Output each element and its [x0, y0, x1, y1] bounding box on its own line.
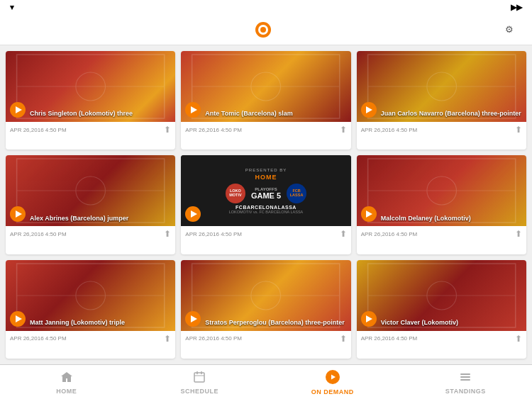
svg-rect-24	[194, 373, 204, 382]
tab-bar: HOME SCHEDULE ON DEMAND STANDINGS	[0, 364, 532, 399]
home-icon	[60, 370, 74, 386]
top-bar-actions: ⚙	[505, 24, 523, 35]
video-card-7[interactable]: Matt Janning (Lokomotiv) triple APR 26,2…	[6, 260, 175, 359]
share-button[interactable]: ⬆	[340, 334, 347, 344]
tab-home[interactable]: HOME	[0, 365, 133, 399]
video-thumbnail: Stratos Perperoglou (Barcelona) three-po…	[181, 260, 350, 331]
video-date: APR 26,2016 4:50 PM	[185, 127, 242, 133]
share-button[interactable]: ⬆	[515, 229, 522, 239]
ondemand-tab-label: ON DEMAND	[311, 388, 354, 395]
play-button[interactable]	[361, 311, 377, 327]
game-title: FCBARCELONALASSA	[235, 205, 297, 210]
play-icon	[366, 210, 372, 218]
svg-rect-30	[460, 376, 470, 378]
tab-standings[interactable]: STANDINGS	[399, 365, 533, 399]
video-card-3[interactable]: Juan Carlos Navarro (Barcelona) three-po…	[357, 51, 526, 150]
settings-button[interactable]: ⚙	[505, 24, 514, 35]
game-presented-label: PRESENTED BY	[245, 168, 287, 172]
share-button[interactable]: ⬆	[164, 229, 171, 239]
play-button[interactable]	[185, 311, 201, 327]
logo-inner	[258, 25, 268, 35]
video-date: APR 26,2016 4:50 PM	[10, 127, 67, 133]
video-card-5[interactable]: PRESENTED BY HOME LOKOMOTIV PLAYOFFS GAM…	[181, 155, 350, 254]
play-button[interactable]	[361, 206, 377, 222]
share-button[interactable]: ⬆	[340, 229, 347, 239]
share-button[interactable]: ⬆	[164, 125, 171, 135]
video-meta: APR 26,2016 4:50 PM ⬆	[6, 226, 175, 242]
video-thumbnail: Juan Carlos Navarro (Barcelona) three-po…	[357, 51, 526, 122]
video-label: Matt Janning (Lokomotiv) triple	[30, 319, 172, 327]
video-thumbnail: Malcolm Delaney (Lokomotiv)	[357, 155, 526, 226]
play-icon	[191, 210, 197, 218]
video-label: Stratos Perperoglou (Barcelona) three-po…	[205, 319, 348, 327]
video-label: Malcolm Delaney (Lokomotiv)	[381, 215, 523, 223]
play-button[interactable]	[10, 102, 26, 118]
video-date: APR 26,2016 4:50 PM	[10, 335, 67, 342]
game-logos: LOKOMOTIV PLAYOFFS GAME 5 FCBLASSA	[226, 184, 306, 203]
share-button[interactable]: ⬆	[515, 125, 522, 135]
logo-core	[260, 27, 266, 33]
wifi-icon: ▾	[10, 3, 14, 12]
game-info: PRESENTED BY HOME LOKOMOTIV PLAYOFFS GAM…	[181, 155, 350, 226]
video-meta: APR 26,2016 4:50 PM ⬆	[181, 122, 350, 137]
video-date: APR 26,2016 4:50 PM	[361, 335, 418, 342]
video-label: Juan Carlos Navarro (Barcelona) three-po…	[381, 110, 523, 118]
video-thumbnail: Chris Singleton (Lokomotiv) three	[6, 51, 175, 122]
video-meta: APR 26,2016 4:50 PM ⬆	[181, 226, 350, 242]
video-card-6[interactable]: Malcolm Delaney (Lokomotiv) APR 26,2016 …	[357, 155, 526, 254]
share-button[interactable]: ⬆	[515, 334, 522, 344]
playoffs-label: PLAYOFFS	[251, 187, 281, 191]
video-thumbnail: Matt Janning (Lokomotiv) triple	[6, 260, 175, 331]
play-icon	[191, 106, 197, 113]
play-button[interactable]	[361, 102, 377, 118]
share-button[interactable]: ⬆	[164, 334, 171, 344]
team-left-logo: LOKOMOTIV	[226, 184, 245, 203]
top-bar: ⚙	[0, 14, 532, 45]
play-icon	[366, 106, 372, 113]
video-card-8[interactable]: Stratos Perperoglou (Barcelona) three-po…	[181, 260, 350, 359]
play-icon	[191, 315, 197, 322]
video-label: Victor Claver (Lokomotiv)	[381, 319, 523, 327]
ondemand-icon	[325, 369, 340, 387]
status-left: ▾	[7, 3, 14, 12]
euroleague-logo	[255, 22, 271, 38]
svg-rect-31	[460, 379, 470, 381]
play-icon	[16, 210, 22, 218]
video-meta: APR 26,2016 4:50 PM ⬆	[357, 226, 526, 242]
video-thumbnail: Alex Abrines (Barcelona) jumper	[6, 155, 175, 226]
video-meta: APR 26,2016 4:50 PM ⬆	[357, 122, 526, 137]
schedule-icon	[192, 370, 206, 386]
tab-ondemand[interactable]: ON DEMAND	[266, 365, 399, 399]
video-card-9[interactable]: Victor Claver (Lokomotiv) APR 26,2016 4:…	[357, 260, 526, 359]
video-label: Chris Singleton (Lokomotiv) three	[30, 110, 172, 118]
standings-icon	[458, 370, 472, 386]
share-button[interactable]: ⬆	[340, 125, 347, 135]
status-right: ▶▶	[511, 3, 525, 12]
video-date: APR 26,2016 4:50 PM	[185, 335, 242, 342]
play-icon	[16, 106, 22, 113]
game-number: GAME 5	[251, 191, 281, 200]
tab-schedule[interactable]: SCHEDULE	[133, 365, 267, 399]
video-thumbnail: Ante Tomic (Barcelona) slam	[181, 51, 350, 122]
video-meta: APR 26,2016 4:50 PM ⬆	[6, 122, 175, 137]
video-meta: APR 26,2016 4:50 PM ⬆	[357, 331, 526, 347]
page-title-container	[255, 22, 277, 38]
video-date: APR 26,2016 4:50 PM	[361, 231, 418, 237]
play-button[interactable]	[10, 311, 26, 327]
video-card-2[interactable]: Ante Tomic (Barcelona) slam APR 26,2016 …	[181, 51, 350, 150]
status-bar: ▾ ▶▶	[0, 0, 532, 14]
video-thumbnail: PRESENTED BY HOME LOKOMOTIV PLAYOFFS GAM…	[181, 155, 350, 226]
svg-rect-29	[460, 373, 470, 375]
ondemand-icon	[325, 369, 340, 385]
video-grid: Chris Singleton (Lokomotiv) three APR 26…	[0, 45, 532, 364]
home-label: HOME	[255, 174, 277, 181]
play-icon	[16, 315, 22, 322]
game-number-container: PLAYOFFS GAME 5	[251, 187, 281, 200]
video-meta: APR 26,2016 4:50 PM ⬆	[6, 331, 175, 347]
video-card-4[interactable]: Alex Abrines (Barcelona) jumper APR 26,2…	[6, 155, 175, 254]
signal-icon: ▶▶	[511, 3, 522, 12]
video-card-1[interactable]: Chris Singleton (Lokomotiv) three APR 26…	[6, 51, 175, 150]
schedule-tab-label: SCHEDULE	[180, 388, 218, 395]
home-tab-label: HOME	[56, 388, 77, 395]
standings-icon	[458, 370, 472, 384]
